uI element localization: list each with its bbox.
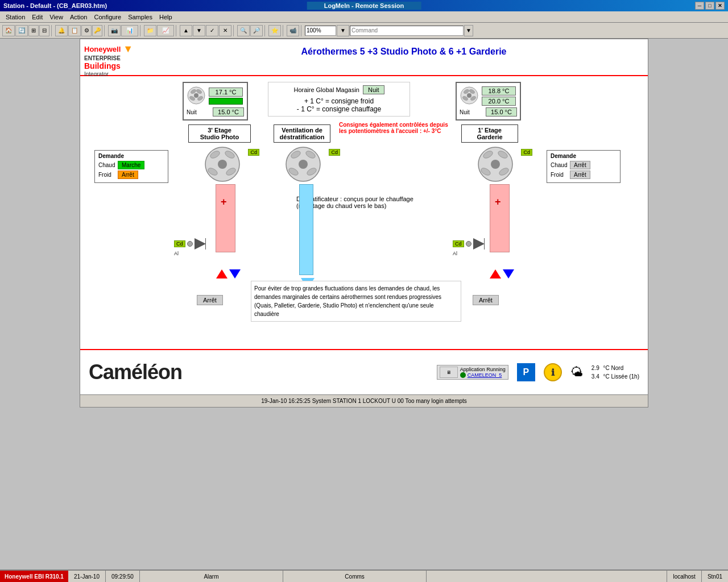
min-button[interactable]: ─	[695, 2, 704, 10]
footer-stn: Stn01	[701, 571, 728, 582]
menu-edit[interactable]: Edit	[28, 13, 46, 22]
menu-action[interactable]: Action	[67, 13, 91, 22]
tb-x[interactable]: ✕	[219, 25, 231, 36]
menu-station[interactable]: Station	[2, 13, 28, 22]
tb-search2[interactable]: 🔎	[250, 25, 263, 36]
left-froid-value[interactable]: Arrêt	[118, 171, 138, 179]
tb-btn11[interactable]: 📁	[144, 25, 156, 36]
status-message: 19-Jan-10 16:25:25 System STATION 1 LOCK…	[261, 398, 467, 404]
footer-localhost: localhost	[667, 571, 701, 582]
left-valve-area: Cd Al	[174, 238, 206, 256]
menu-view[interactable]: View	[46, 13, 67, 22]
logo-triangle: ▼	[123, 43, 133, 55]
right-cd-bottom: Cd	[453, 240, 464, 247]
cameleon-footer: Caméléon 🖥 Application Running CAMELEON_…	[80, 349, 648, 394]
menu-help[interactable]: Help	[156, 13, 176, 22]
cameleon-title: Caméléon	[89, 360, 182, 384]
left-valve-symbol	[195, 238, 206, 250]
tb-btn10[interactable]: 📊	[121, 25, 138, 36]
left-fan-icon	[187, 86, 206, 106]
tb-check[interactable]: ✓	[206, 25, 218, 36]
tb-down[interactable]: ▼	[193, 25, 205, 36]
svg-point-13	[218, 160, 227, 169]
max-button[interactable]: □	[705, 2, 714, 10]
footer-time: 09:29:50	[106, 571, 140, 582]
tb-video[interactable]: 📹	[287, 25, 299, 36]
toolbar: 🏠 🔄 ⊞ ⊟ 🔔 📋 ⚙ 🔑 📷 📊 📁 📈 ▲ ▼ ✓ ✕ 🔍 🔎 ⭐ 📹 …	[0, 23, 728, 39]
sep1	[51, 25, 53, 36]
right-down-arrow	[503, 269, 514, 278]
tb-btn4[interactable]: ⊟	[39, 25, 49, 36]
right-demand-box: Demande Chaud Arrêt Froid Arrêt	[547, 150, 621, 183]
center-cd-label: Cd	[329, 149, 340, 156]
left-up-arrow	[216, 269, 228, 278]
right-up-arrow	[490, 269, 501, 278]
menu-samples[interactable]: Samples	[125, 13, 156, 22]
p-icon[interactable]: P	[517, 363, 535, 381]
left-cd-label: Cd	[248, 149, 259, 156]
footer-ebi: Honeywell EBI R310.1	[0, 571, 68, 582]
title-buttons[interactable]: ─ □ ✕	[695, 2, 725, 10]
right-valve-circle	[466, 241, 471, 247]
menu-configure[interactable]: Configure	[90, 13, 125, 22]
tb-btn8[interactable]: 🔑	[92, 25, 102, 36]
right-chaud-value[interactable]: Arrêt	[570, 161, 590, 169]
schedule-box: Horaire Global Magasin Nuit + 1 C° = con…	[268, 82, 410, 117]
right-cd-label: Cd	[521, 149, 532, 156]
tb-refresh[interactable]: 🔄	[15, 25, 28, 36]
info-icon[interactable]: ℹ	[544, 363, 562, 381]
right-valve-area: Cd Al	[453, 238, 485, 256]
tb-up[interactable]: ▲	[180, 25, 192, 36]
left-froid-label: Froid	[98, 172, 115, 178]
tb-star[interactable]: ⭐	[268, 25, 281, 36]
tb-btn12[interactable]: 📈	[157, 25, 174, 36]
tb-btn9[interactable]: 📷	[108, 25, 121, 36]
window-title: Station - Default - (CB_AER03.htm)	[3, 2, 107, 9]
center-pipe-column	[299, 184, 313, 275]
sep5	[233, 25, 235, 36]
command-input[interactable]	[350, 26, 464, 36]
consigne1: + 1 C° = consigne froid	[274, 97, 404, 105]
weather-data: 2.9 °C Nord 3.4 °C Lissée (1h)	[592, 364, 639, 381]
wind2: 3.4	[592, 373, 599, 380]
menu-bar: Station Edit View Action Configure Sampl…	[0, 11, 728, 23]
left-temp2: 15.0 °C	[213, 107, 244, 117]
sep2	[104, 25, 106, 36]
tb-alarm[interactable]: 🔔	[55, 25, 68, 36]
left-demand-box: Demande Chaud Marche Froid Arrêt	[94, 150, 168, 183]
left-arrows	[216, 269, 241, 278]
zoom-dropdown[interactable]: ▼	[337, 25, 349, 36]
tb-search1[interactable]: 🔍	[237, 25, 250, 36]
left-chaud-value[interactable]: Marche	[118, 161, 144, 169]
right-pipe-column: +	[490, 184, 510, 252]
left-al-label: Al	[174, 251, 206, 256]
right-large-fan	[475, 144, 515, 184]
title-bar: Station - Default - (CB_AER03.htm) LogMe…	[0, 0, 728, 11]
app-icon: 🖥	[440, 367, 458, 378]
enterprise-label: ENTERPRISE	[84, 55, 162, 61]
footer-comms: Comms	[283, 571, 427, 582]
left-green-bar	[209, 98, 243, 105]
center-section-label: Ventilation dedéstratification	[274, 124, 330, 143]
tb-btn3[interactable]: ⊞	[28, 25, 39, 36]
right-arret-button[interactable]: Arrêt	[473, 295, 499, 305]
diagram-area: 17.1 °C Nuit 15.0 °C Horaire Global Maga…	[80, 76, 648, 349]
sep4	[176, 25, 178, 36]
right-fan-icon	[460, 86, 479, 106]
remote-title: LogMeIn - Remote Session	[307, 2, 421, 10]
left-arret-button[interactable]: Arrêt	[197, 295, 223, 305]
right-froid-value[interactable]: Arrêt	[570, 171, 590, 179]
left-arret-container: Arrêt	[197, 295, 223, 305]
footer-bar: Honeywell EBI R310.1 21-Jan-10 09:29:50 …	[0, 569, 728, 582]
right-temp3: 15.0 °C	[486, 107, 517, 117]
tb-btn6[interactable]: 📋	[68, 25, 81, 36]
svg-point-25	[491, 160, 500, 169]
close-button[interactable]: ✕	[715, 2, 725, 10]
tb-btn7[interactable]: ⚙	[81, 25, 92, 36]
command-go[interactable]: ▼	[464, 25, 473, 36]
svg-marker-32	[473, 238, 485, 250]
header-section: Honeywell ▼ ENTERPRISE Buildings Integra…	[80, 39, 648, 76]
zoom-input[interactable]: 100%	[305, 26, 336, 36]
tb-home[interactable]: 🏠	[2, 25, 15, 36]
svg-point-1	[194, 93, 198, 98]
